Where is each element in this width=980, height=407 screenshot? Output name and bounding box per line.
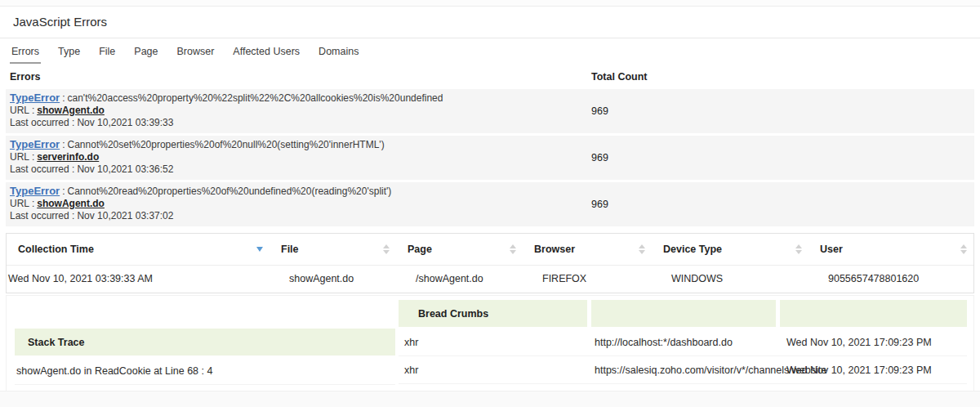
breadcrumb-row: xhr https://salesiq.zoho.com/visitor/v*/… xyxy=(399,356,967,384)
stack-trace-header: Stack Trace xyxy=(15,329,395,356)
url-label: URL : xyxy=(10,151,34,163)
breadcrumbs-header-spacer xyxy=(591,300,776,327)
stack-trace-spacer xyxy=(15,300,395,329)
error-type-link[interactable]: TypeError xyxy=(10,92,60,104)
cell-user: 9055657478801620 xyxy=(808,266,973,293)
title-bar: JavaScript Errors xyxy=(0,7,980,38)
sort-icon xyxy=(383,244,390,254)
error-type-line: TypeError:Cannot%20set%20properties%20of… xyxy=(10,139,591,150)
total-count-value: 969 xyxy=(591,199,974,210)
error-row[interactable]: TypeError:Cannot%20read%20properties%20o… xyxy=(6,182,974,226)
tab-page[interactable]: Page xyxy=(132,38,159,64)
column-label: User xyxy=(820,244,843,255)
breadcrumb-row: xhr http://localhost:*/dashboard.do Wed … xyxy=(399,329,967,356)
error-type-line: TypeError:Cannot%20read%20properties%20o… xyxy=(10,186,591,197)
stack-trace-row: showAgent.do in ReadCookie at Line 68 : … xyxy=(15,357,395,385)
breadcrumb-time: Wed Nov 10, 2021 17:09:23 PM xyxy=(780,365,967,376)
total-count-value: 969 xyxy=(591,152,974,163)
error-url-line: URL :showAgent.do xyxy=(10,199,591,209)
sort-desc-icon xyxy=(256,247,263,252)
url-label: URL : xyxy=(10,105,34,116)
page-title: JavaScript Errors xyxy=(13,15,107,29)
last-occurred-value: Nov 10,2021 03:36:52 xyxy=(77,163,173,175)
cell-collection-time: Wed Nov 10, 2021 03:39:33 AM xyxy=(7,266,270,293)
breadcrumb-time: Wed Nov 10, 2021 17:09:23 PM xyxy=(780,337,967,348)
total-count-column-header: Total Count xyxy=(591,71,980,83)
top-border-strip xyxy=(0,0,980,7)
error-type-link[interactable]: TypeError xyxy=(10,138,60,150)
errors-list-header: Errors Total Count xyxy=(0,64,980,89)
error-details: TypeError:Cannot%20read%20properties%20o… xyxy=(10,186,591,223)
error-row[interactable]: TypeError:can't%20access%20property%20%2… xyxy=(6,89,974,133)
detail-row[interactable]: Wed Nov 10, 2021 03:39:33 AM showAgent.d… xyxy=(7,265,973,293)
separator: : xyxy=(62,92,65,104)
error-message: Cannot%20set%20properties%20of%20null%20… xyxy=(68,139,385,150)
total-count-value: 969 xyxy=(591,105,974,117)
last-occurred-value: Nov 10,2021 03:39:33 xyxy=(77,117,173,128)
column-header-device-type[interactable]: Device Type xyxy=(652,234,808,265)
error-details: TypeError:Cannot%20set%20properties%20of… xyxy=(10,139,591,177)
breadcrumb-type: xhr xyxy=(399,365,587,376)
breadcrumbs-header: Bread Crumbs xyxy=(399,300,587,327)
cell-page: /showAgent.do xyxy=(396,266,523,293)
last-occurred-label: Last occurred : xyxy=(10,163,74,175)
error-details: TypeError:can't%20access%20property%20%2… xyxy=(10,92,591,130)
column-label: Device Type xyxy=(663,244,722,255)
breadcrumbs-header-spacer xyxy=(780,300,967,327)
details-table: Collection Time File Page Browser Device… xyxy=(6,233,974,293)
breadcrumb-type: xhr xyxy=(399,337,587,348)
sort-icon xyxy=(510,244,516,254)
tab-domains[interactable]: Domains xyxy=(317,38,360,64)
cell-file: showAgent.do xyxy=(270,266,396,293)
error-url-line: URL :serverinfo.do xyxy=(10,152,591,163)
column-header-page[interactable]: Page xyxy=(396,234,523,265)
column-header-collection-time[interactable]: Collection Time xyxy=(7,234,270,265)
details-table-header: Collection Time File Page Browser Device… xyxy=(7,234,973,265)
error-last-occurred-line: Last occurred :Nov 10,2021 03:39:33 xyxy=(10,118,591,128)
breadcrumb-url: https://salesiq.zoho.com/visitor/v*/chan… xyxy=(591,365,776,376)
column-label: Page xyxy=(408,244,432,255)
error-url-link[interactable]: serverinfo.do xyxy=(37,151,99,163)
column-header-file[interactable]: File xyxy=(270,234,396,265)
separator: : xyxy=(62,139,65,150)
error-last-occurred-line: Last occurred :Nov 10,2021 03:36:52 xyxy=(10,164,591,175)
column-header-browser[interactable]: Browser xyxy=(523,234,652,265)
sort-icon xyxy=(795,244,802,254)
tab-browser[interactable]: Browser xyxy=(176,38,216,64)
breadcrumb-url: http://localhost:*/dashboard.do xyxy=(591,337,776,348)
cell-device-type: WINDOWS xyxy=(652,266,808,293)
error-url-link[interactable]: showAgent.do xyxy=(37,198,105,209)
tab-affected-users[interactable]: Affected Users xyxy=(231,38,301,64)
last-occurred-label: Last occurred : xyxy=(10,210,74,221)
error-message: Cannot%20read%20properties%20of%20undefi… xyxy=(68,186,392,197)
error-url-line: URL :showAgent.do xyxy=(10,105,591,116)
error-row[interactable]: TypeError:Cannot%20set%20properties%20of… xyxy=(6,136,974,180)
error-last-occurred-line: Last occurred :Nov 10,2021 03:37:02 xyxy=(10,211,591,221)
tab-file[interactable]: File xyxy=(97,38,117,64)
url-label: URL : xyxy=(10,198,34,209)
last-occurred-label: Last occurred : xyxy=(10,117,74,128)
separator: : xyxy=(62,186,65,197)
bottom-border-strip xyxy=(0,391,980,407)
cell-browser: FIREFOX xyxy=(523,266,652,293)
last-occurred-value: Nov 10,2021 03:37:02 xyxy=(77,210,173,221)
error-type-link[interactable]: TypeError xyxy=(10,185,60,197)
error-message: can't%20access%20property%20%22split%22%… xyxy=(68,92,443,104)
column-header-user[interactable]: User xyxy=(808,234,973,265)
column-label: Collection Time xyxy=(18,244,94,255)
breadcrumbs-header-row: Bread Crumbs xyxy=(399,300,967,327)
error-url-link[interactable]: showAgent.do xyxy=(37,105,105,116)
column-label: File xyxy=(281,244,299,255)
column-label: Browser xyxy=(534,244,575,255)
errors-column-header: Errors xyxy=(10,71,591,83)
tab-type[interactable]: Type xyxy=(56,38,82,64)
sort-icon xyxy=(960,244,967,254)
sort-icon xyxy=(639,244,645,254)
tab-errors[interactable]: Errors xyxy=(10,38,41,64)
tab-bar: Errors Type File Page Browser Affected U… xyxy=(0,38,980,64)
error-type-line: TypeError:can't%20access%20property%20%2… xyxy=(10,92,591,104)
